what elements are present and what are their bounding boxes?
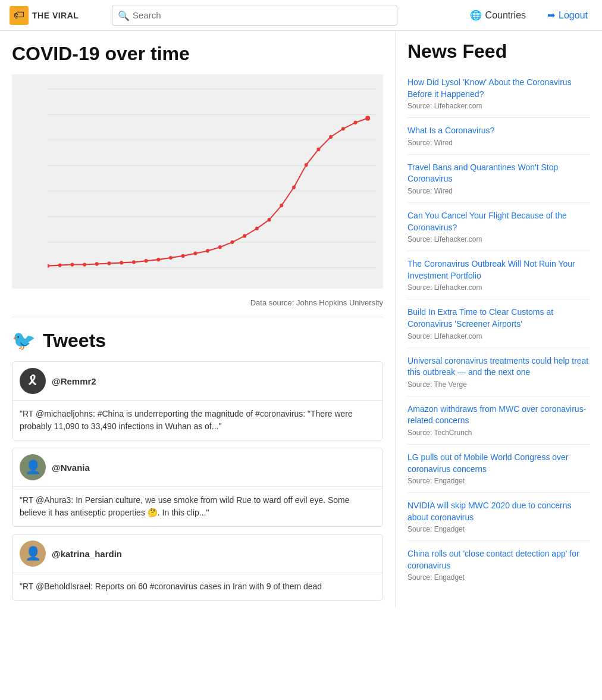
tweet-header-1: 🎗 @Remmr2 [12, 362, 382, 401]
logo[interactable]: 🏷 THE VIRAL [10, 6, 105, 25]
svg-point-42 [193, 252, 197, 255]
svg-point-50 [292, 186, 296, 189]
svg-point-35 [108, 261, 111, 265]
tweet-body-1: "RT @michaeljohns: #China is underreport… [12, 401, 382, 440]
news-item-5: Build In Extra Time to Clear Customs at … [407, 299, 590, 348]
svg-point-30 [48, 264, 49, 267]
globe-icon: 🌐 [470, 10, 482, 21]
news-feed-title: News Feed [407, 40, 590, 62]
news-link-3[interactable]: Can You Cancel Your Flight Because of th… [407, 210, 590, 233]
svg-point-36 [120, 261, 123, 264]
news-link-4[interactable]: The Coronavirus Outbreak Will Not Ruin Y… [407, 258, 590, 282]
news-link-9[interactable]: NVIDIA will skip MWC 2020 due to concern… [407, 500, 590, 523]
svg-point-37 [132, 260, 136, 264]
news-item-4: The Coronavirus Outbreak Will Not Ruin Y… [407, 251, 590, 299]
news-source-8: Source: Engadget [407, 477, 590, 485]
news-link-5[interactable]: Build In Extra Time to Clear Customs at … [407, 307, 590, 330]
news-source-9: Source: Engadget [407, 525, 590, 533]
news-source-2: Source: Wired [407, 187, 590, 195]
news-source-5: Source: Lifehacker.com [407, 332, 590, 340]
tweet-header-2: 👤 @Nvania [12, 448, 382, 487]
svg-point-45 [231, 240, 234, 244]
chart-container: 0 10,000 20,000 30,000 40,000 50,000 60,… [12, 74, 383, 289]
svg-point-33 [83, 262, 86, 266]
logout-label: Logout [559, 10, 588, 21]
twitter-icon: 🐦 [12, 329, 36, 352]
tweet-card-2: 👤 @Nvania "RT @Ahura3: In Persian cultur… [12, 448, 383, 527]
search-wrapper: 🔍 [112, 5, 397, 26]
news-item-2: Travel Bans and Quarantines Won't Stop C… [407, 155, 590, 203]
logout-button[interactable]: ➡ Logout [543, 6, 592, 24]
news-item-7: Amazon withdraws from MWC over coronavir… [407, 396, 590, 445]
logout-icon: ➡ [547, 10, 555, 21]
news-link-0[interactable]: How Did Lysol 'Know' About the Coronavir… [407, 77, 590, 100]
tweet-card-1: 🎗 @Remmr2 "RT @michaeljohns: #China is u… [12, 361, 383, 440]
logo-text: THE VIRAL [32, 11, 79, 20]
svg-point-52 [316, 148, 320, 151]
avatar-nvania: 👤 [20, 454, 46, 480]
news-item-10: China rolls out 'close contact detection… [407, 541, 590, 589]
header-right: 🌐 Countries ➡ Logout [465, 6, 592, 24]
news-source-10: Source: Engadget [407, 573, 590, 582]
search-icon: 🔍 [118, 10, 130, 21]
countries-button[interactable]: 🌐 Countries [465, 6, 531, 24]
svg-point-53 [329, 135, 333, 139]
svg-point-56 [365, 115, 370, 120]
news-link-2[interactable]: Travel Bans and Quarantines Won't Stop C… [407, 162, 590, 185]
news-link-7[interactable]: Amazon withdraws from MWC over coronavir… [407, 404, 590, 427]
search-input[interactable] [112, 5, 397, 26]
covid-chart: 0 10,000 20,000 30,000 40,000 50,000 60,… [48, 84, 376, 271]
news-item-8: LG pulls out of Mobile World Congress ov… [407, 445, 590, 493]
avatar-remmr2: 🎗 [20, 368, 46, 394]
main-layout: COVID-19 over time 0 10,000 20,000 30,00… [0, 31, 602, 608]
news-source-3: Source: Lifehacker.com [407, 235, 590, 243]
tweet-card-3: 👤 @katrina_hardin "RT @BeholdIsrael: Rep… [12, 534, 383, 601]
svg-point-46 [243, 234, 246, 238]
svg-point-55 [354, 121, 358, 124]
svg-point-41 [181, 254, 185, 258]
logo-icon: 🏷 [10, 6, 29, 25]
news-item-9: NVIDIA will skip MWC 2020 due to concern… [407, 493, 590, 541]
news-link-1[interactable]: What Is a Coronavirus? [407, 125, 590, 137]
svg-point-31 [58, 263, 62, 267]
news-link-8[interactable]: LG pulls out of Mobile World Congress ov… [407, 452, 590, 475]
tweet-username-3: @katrina_hardin [52, 549, 122, 559]
svg-point-38 [145, 259, 148, 262]
tweets-title: Tweets [43, 330, 106, 352]
news-link-6[interactable]: Universal coronavirus treatments could h… [407, 355, 590, 379]
news-item-1: What Is a Coronavirus? Source: Wired [407, 118, 590, 155]
svg-point-48 [268, 218, 271, 221]
news-item-3: Can You Cancel Your Flight Because of th… [407, 203, 590, 251]
svg-point-43 [206, 249, 209, 252]
page-title: COVID-19 over time [12, 43, 383, 65]
right-panel: News Feed How Did Lysol 'Know' About the… [396, 31, 602, 608]
svg-point-39 [156, 258, 160, 261]
news-source-7: Source: TechCrunch [407, 429, 590, 437]
tweets-header: 🐦 Tweets [12, 329, 383, 352]
news-source-0: Source: Lifehacker.com [407, 102, 590, 110]
tweet-username-2: @Nvania [52, 462, 90, 473]
svg-point-34 [95, 262, 99, 265]
news-item-0: How Did Lysol 'Know' About the Coronavir… [407, 70, 590, 118]
header: 🏷 THE VIRAL 🔍 🌐 Countries ➡ Logout [0, 0, 602, 31]
news-source-6: Source: The Verge [407, 380, 590, 389]
tweet-body-2: "RT @Ahura3: In Persian culture, we use … [12, 487, 382, 526]
news-link-10[interactable]: China rolls out 'close contact detection… [407, 548, 590, 571]
data-source: Data source: Johns Hopkins University [12, 293, 383, 317]
avatar-katrina: 👤 [20, 540, 46, 567]
news-source-4: Source: Lifehacker.com [407, 283, 590, 292]
news-feed-list: How Did Lysol 'Know' About the Coronavir… [407, 70, 590, 589]
tweet-header-3: 👤 @katrina_hardin [12, 535, 382, 573]
tweet-username-1: @Remmr2 [52, 376, 96, 386]
svg-point-40 [169, 256, 173, 260]
svg-point-44 [218, 245, 222, 249]
news-item-6: Universal coronavirus treatments could h… [407, 348, 590, 396]
svg-point-47 [255, 227, 259, 230]
svg-point-49 [280, 204, 283, 207]
svg-point-32 [70, 262, 74, 266]
svg-point-51 [305, 163, 308, 167]
svg-point-54 [341, 127, 345, 130]
countries-label: Countries [485, 10, 526, 21]
tweet-body-3: "RT @BeholdIsrael: Reports on 60 #corona… [12, 573, 382, 600]
left-panel: COVID-19 over time 0 10,000 20,000 30,00… [0, 31, 396, 608]
